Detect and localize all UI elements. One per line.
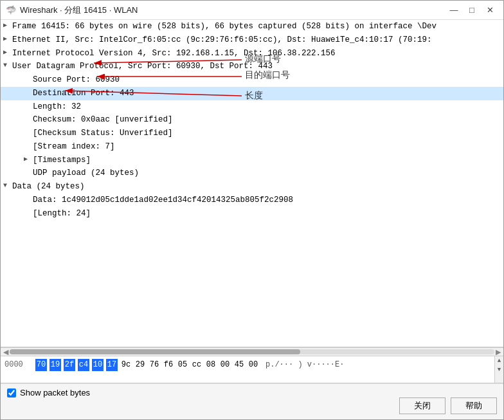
show-packet-bytes-row: Show packet bytes [7,388,497,397]
hex-area: 0000 70192fc410179c2976f605cc08004500 p.… [1,356,503,383]
tree-row-blank [1,306,503,318]
scroll-right-arrow[interactable]: ▶ [494,348,502,356]
hex-vscroll[interactable]: ▲ ▼ [494,356,503,383]
hex-scroll-up[interactable]: ▲ [496,356,502,365]
hex-scroll-down[interactable]: ▼ [496,365,502,374]
minimize-button[interactable]: — [446,3,462,17]
hex-byte: 2f [64,359,75,371]
hex-byte: 45 [233,359,245,371]
hex-byte: 05 [177,359,188,371]
show-packet-bytes-checkbox[interactable] [7,388,16,397]
hex-offset: 0000 [4,359,29,371]
footer: Show packet bytes 关闭 帮助 [1,383,503,419]
tree-row[interactable]: [Length: 24] [1,207,503,221]
hex-bytes: 70192fc410179c2976f605cc08004500 [35,359,259,371]
close-window-button[interactable]: ✕ [482,3,498,17]
scroll-thumb[interactable] [10,349,300,354]
main-content: ▶Frame 16415: 66 bytes on wire (528 bits… [1,20,503,419]
hex-byte: 70 [35,359,47,371]
footer-buttons: 关闭 帮助 [7,397,497,414]
app-icon: 🦈 [6,5,16,15]
tree-row-text: Data (24 bytes) [12,181,85,193]
tree-row[interactable]: ▶Frame 16415: 66 bytes on wire (528 bits… [1,20,503,33]
tree-row-blank [1,257,503,269]
tree-row-text: Checksum: 0x0aac [unverified] [33,114,173,126]
tree-row[interactable]: ▼User Datagram Protocol, Src Port: 60930… [1,60,503,73]
hex-content: 0000 70192fc410179c2976f605cc08004500 p.… [1,356,494,383]
tree-row[interactable]: ▶[Timestamps] [1,154,503,167]
show-packet-bytes-label: Show packet bytes [20,388,90,397]
hex-byte: 76 [148,359,160,371]
hex-byte: 29 [134,359,146,371]
hex-byte: c4 [78,359,89,371]
tree-row-blank [1,281,503,293]
tree-row-blank [1,293,503,306]
hex-byte: f6 [163,359,174,371]
title-bar: 🦈 Wireshark · 分组 16415 · WLAN — □ ✕ [1,1,503,20]
tree-row-text: [Stream index: 7] [33,141,115,153]
tree-row[interactable]: [Checksum Status: Unverified] [1,127,503,140]
packet-tree[interactable]: ▶Frame 16415: 66 bytes on wire (528 bits… [1,20,503,347]
tree-row[interactable]: ▶Internet Protocol Version 4, Src: 192.1… [1,47,503,60]
tree-row[interactable]: UDP payload (24 bytes) [1,167,503,180]
hex-byte: 00 [219,359,231,371]
scroll-track[interactable] [10,349,494,354]
tree-row[interactable]: ▼Data (24 bytes) [1,180,503,194]
tree-row-text: [Checksum Status: Unverified] [33,127,173,140]
tree-arrow: ▶ [24,154,33,164]
tree-row-text: [Length: 24] [33,208,91,220]
hex-byte: 19 [50,359,61,371]
hex-byte: 00 [248,359,259,371]
tree-row[interactable]: Data: 1c49012d05c1dde1ad02ee1d34cf420143… [1,194,503,207]
tree-arrow: ▶ [3,48,12,57]
tree-row-text: Source Port: 60930 [33,74,120,86]
horizontal-scrollbar[interactable]: ◀ ▶ [1,347,503,356]
tree-row[interactable]: Length: 32 [1,100,503,114]
tree-row[interactable]: ▶Ethernet II, Src: IntelCor_f6:05:cc (9c… [1,33,503,47]
wireshark-window: 🦈 Wireshark · 分组 16415 · WLAN — □ ✕ ▶Fra… [0,0,504,420]
tree-row-blank [1,244,503,257]
tree-row-blank [1,220,503,232]
tree-row-text: Frame 16415: 66 bytes on wire (528 bits)… [12,21,437,33]
tree-row[interactable]: Destination Port: 443 [1,87,503,100]
tree-row[interactable]: Checksum: 0x0aac [unverified] [1,113,503,127]
hex-row-0000: 0000 70192fc410179c2976f605cc08004500 p.… [4,359,491,371]
tree-arrow: ▶ [3,21,12,30]
tree-row[interactable]: Source Port: 60930 [1,73,503,87]
tree-row-text: Ethernet II, Src: IntelCor_f6:05:cc (9c:… [12,34,432,46]
tree-row-blank [1,318,503,330]
tree-arrow: ▶ [3,34,12,44]
tree-row-text: Data: 1c49012d05c1dde1ad02ee1d34cf420143… [33,194,293,206]
hex-ascii: p./··· ) v·····E· [266,359,344,371]
tree-arrow: ▼ [3,181,12,190]
hex-byte: 9c [120,359,132,371]
tree-row-text: UDP payload (24 bytes) [33,167,139,179]
tree-row-text: User Datagram Protocol, Src Port: 60930,… [12,60,273,73]
window-controls: — □ ✕ [446,3,498,17]
hex-byte: 08 [205,359,217,371]
tree-row-text: Length: 32 [33,101,81,113]
window-title: Wireshark · 分组 16415 · WLAN [20,5,138,16]
hex-byte: cc [191,359,203,371]
help-button[interactable]: 帮助 [451,397,497,414]
hex-byte: 17 [106,359,118,371]
title-bar-left: 🦈 Wireshark · 分组 16415 · WLAN [6,5,138,16]
tree-arrow: ▼ [3,60,12,70]
tree-row-blank [1,330,503,342]
tree-row-text: [Timestamps] [33,154,91,167]
scroll-left-arrow[interactable]: ◀ [2,348,10,356]
close-button[interactable]: 关闭 [399,397,446,414]
tree-row[interactable]: [Stream index: 7] [1,140,503,154]
tree-row-blank [1,232,503,244]
hex-byte: 10 [92,359,104,371]
tree-row-text: Destination Port: 443 [33,87,134,100]
tree-row-text: Internet Protocol Version 4, Src: 192.16… [12,48,336,60]
tree-row-blank [1,269,503,281]
maximize-button[interactable]: □ [464,3,480,17]
